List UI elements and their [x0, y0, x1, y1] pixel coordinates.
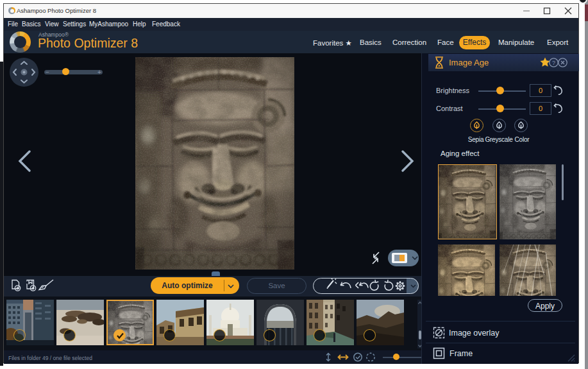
svg-text:?: ?	[552, 60, 555, 66]
